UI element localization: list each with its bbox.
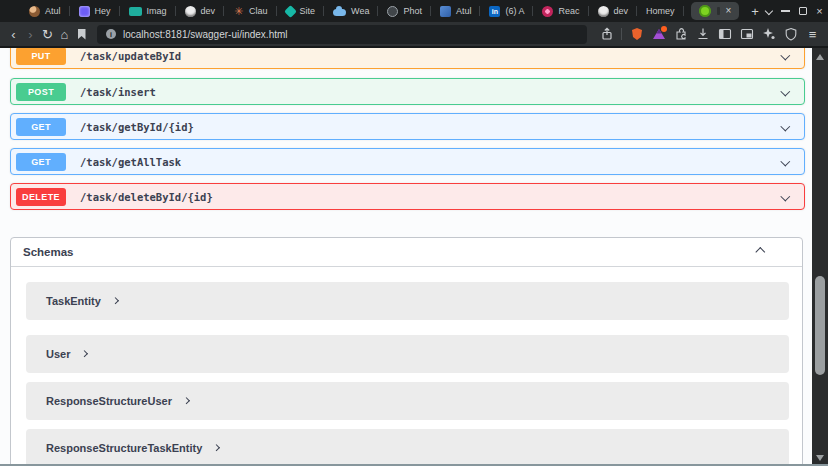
- endpoint-path: /task/insert: [80, 86, 156, 98]
- tab-photos[interactable]: Phot: [378, 0, 431, 22]
- linkedin-icon: [489, 6, 500, 17]
- back-button[interactable]: ‹: [6, 24, 21, 44]
- bookmark-button[interactable]: [74, 24, 89, 44]
- tab-label: Clau: [249, 6, 268, 16]
- chevron-right-icon: [81, 350, 89, 358]
- url-text[interactable]: localhost:8181/swagger-ui/index.html: [123, 29, 288, 40]
- site-info-icon[interactable]: i: [106, 29, 116, 39]
- maximize-button[interactable]: [794, 0, 811, 22]
- endpoint-post-insert[interactable]: POST /task/insert: [10, 78, 805, 105]
- chevron-right-icon: [183, 397, 191, 405]
- tab-label: dev: [201, 6, 216, 16]
- tab-label: dev: [614, 6, 629, 16]
- extension-notification-button[interactable]: [649, 24, 668, 44]
- tab-label: Wea: [351, 6, 369, 16]
- method-badge-get: GET: [16, 153, 66, 171]
- react-icon: [542, 6, 553, 17]
- vertical-scrollbar[interactable]: [812, 48, 828, 466]
- tab-site[interactable]: Site: [277, 0, 325, 22]
- tab-weather[interactable]: Wea: [324, 0, 378, 22]
- avatar-icon: [29, 6, 40, 17]
- navigation-toolbar: ‹ › ↻ ⌂ i localhost:8181/swagger-ui/inde…: [0, 22, 828, 48]
- schema-name: TaskEntity: [46, 295, 101, 307]
- cloud-icon: [333, 9, 346, 16]
- endpoint-path: /task/getById/{id}: [80, 121, 194, 133]
- minimize-icon: [781, 10, 790, 12]
- tab-label: (6) A: [505, 6, 524, 16]
- home-button[interactable]: ⌂: [57, 24, 72, 44]
- rewards-button[interactable]: [627, 24, 646, 44]
- puzzle-icon: [674, 27, 688, 41]
- chevron-down-icon: [781, 192, 790, 201]
- schema-user[interactable]: User: [26, 335, 789, 373]
- protection-button[interactable]: [781, 24, 800, 44]
- extensions-button[interactable]: [671, 24, 690, 44]
- tab-claude[interactable]: Clau: [224, 0, 277, 22]
- scroll-up-arrow-icon[interactable]: [816, 54, 824, 60]
- picture-in-picture-button[interactable]: [737, 24, 756, 44]
- tab-atul-2[interactable]: Atul: [431, 0, 481, 22]
- endpoint-path: /task/deleteById/{id}: [80, 191, 213, 203]
- tab-hey[interactable]: Hey: [70, 0, 120, 22]
- sidebar-button[interactable]: [715, 24, 734, 44]
- endpoint-put-updatebyid[interactable]: PUT /task/updateById: [10, 48, 805, 69]
- tab-homey[interactable]: Homey: [637, 0, 684, 22]
- forward-button[interactable]: ›: [23, 24, 38, 44]
- schemas-section: Schemas TaskEntity User ResponseStructur…: [10, 237, 803, 466]
- tab-swagger-active[interactable]: ×: [691, 2, 740, 20]
- bookmark-icon: [78, 29, 86, 40]
- schemas-header[interactable]: Schemas: [11, 238, 802, 267]
- swagger-icon: [699, 5, 711, 17]
- browser-window: Atul Hey Imag dev Clau Site Wea Phot: [0, 0, 828, 466]
- schema-taskentity[interactable]: TaskEntity: [26, 282, 789, 320]
- endpoint-delete-deletebyid[interactable]: DELETE /task/deleteById/{id}: [10, 183, 805, 210]
- scrollbar-thumb[interactable]: [815, 276, 825, 375]
- new-tab-button[interactable]: +: [749, 4, 760, 19]
- tab-image[interactable]: Imag: [120, 0, 176, 22]
- maximize-icon: [799, 7, 807, 15]
- schema-responsestructureuser[interactable]: ResponseStructureUser: [26, 382, 789, 420]
- app-purple-icon: [79, 6, 90, 17]
- window-close-button[interactable]: ×: [811, 0, 828, 22]
- menu-button[interactable]: ≡: [803, 24, 822, 44]
- globe-icon: [387, 6, 398, 17]
- tab-dev-2[interactable]: dev: [589, 0, 638, 22]
- close-tab-icon[interactable]: ×: [726, 6, 732, 16]
- schema-responsestructuretaskentity[interactable]: ResponseStructureTaskEntity: [26, 429, 789, 466]
- endpoint-path: /task/updateById: [80, 50, 181, 62]
- scroll-down-arrow-icon[interactable]: [816, 455, 824, 461]
- chevron-right-icon: [213, 444, 221, 452]
- minimize-button[interactable]: [777, 0, 794, 22]
- endpoint-path: /task/getAllTask: [80, 156, 181, 168]
- ai-assistant-button[interactable]: [759, 24, 778, 44]
- chevron-down-icon: [781, 122, 790, 131]
- teal-diamond-icon: [284, 5, 297, 18]
- tab-linkedin[interactable]: (6) A: [480, 0, 533, 22]
- tab-dev-1[interactable]: dev: [176, 0, 225, 22]
- tab-label: Site: [300, 6, 316, 16]
- swagger-page: PUT /task/updateById POST /task/insert G…: [0, 48, 812, 466]
- tab-atul-1[interactable]: Atul: [20, 0, 70, 22]
- tab-list-button[interactable]: [761, 0, 778, 22]
- github-icon: [185, 6, 196, 17]
- address-bar[interactable]: i localhost:8181/swagger-ui/index.html: [97, 25, 587, 44]
- method-badge-delete: DELETE: [16, 188, 66, 206]
- refresh-button[interactable]: ↻: [40, 24, 55, 44]
- download-icon: [696, 27, 710, 41]
- share-button[interactable]: [597, 24, 616, 44]
- endpoint-get-getalltask[interactable]: GET /task/getAllTask: [10, 148, 805, 175]
- downloads-button[interactable]: [693, 24, 712, 44]
- toolbar-divider: [621, 28, 622, 40]
- chevron-down-icon: [781, 157, 790, 166]
- schema-name: ResponseStructureUser: [46, 395, 172, 407]
- picture-in-picture-icon: [740, 27, 754, 41]
- tab-react[interactable]: Reac: [533, 0, 588, 22]
- photo-icon: [440, 6, 451, 17]
- endpoint-get-getbyid[interactable]: GET /task/getById/{id}: [10, 113, 805, 140]
- chevron-down-icon: [781, 87, 790, 96]
- tab-bar: Atul Hey Imag dev Clau Site Wea Phot: [0, 0, 828, 22]
- tab-label: Phot: [403, 6, 422, 16]
- tab-label: Imag: [147, 6, 167, 16]
- teal-card-icon: [129, 7, 142, 16]
- shield-icon: [784, 27, 798, 41]
